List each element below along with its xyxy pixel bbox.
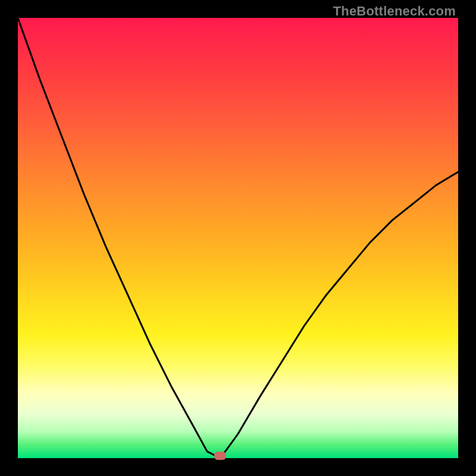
watermark-text: TheBottleneck.com [333, 4, 456, 19]
chart-frame: TheBottleneck.com [0, 0, 476, 476]
bottleneck-curve [18, 18, 458, 458]
minimum-marker [214, 452, 226, 460]
plot-area [18, 18, 458, 458]
